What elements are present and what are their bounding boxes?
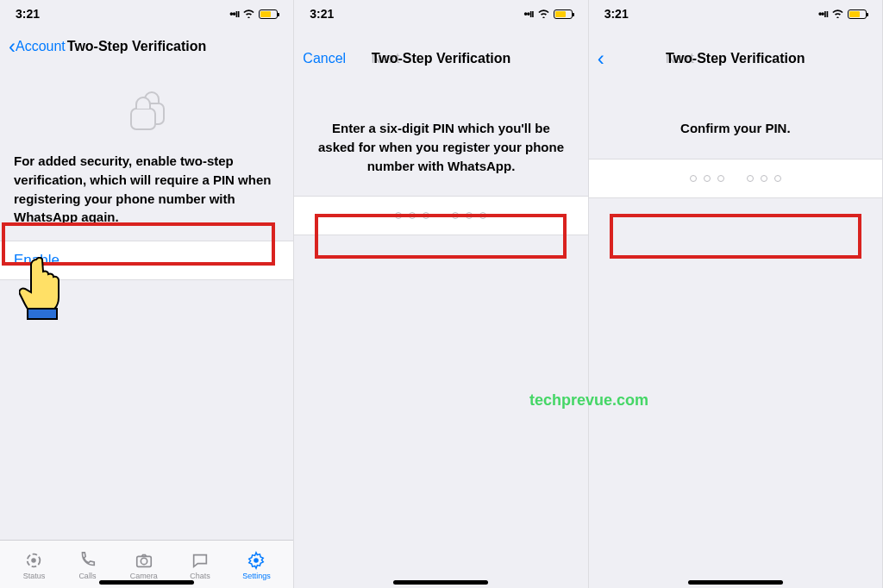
nav-title: Two-Step Verification (67, 39, 285, 54)
screen-enable: 3:21 ••ıı ‹ Account Two-Step Verificatio… (0, 0, 294, 588)
wifi-icon (537, 8, 550, 21)
watermark: techprevue.com (529, 391, 648, 410)
home-indicator (688, 580, 783, 585)
nav-bar: Cancel Two-Step Verification Next (294, 40, 587, 78)
cellular-icon: ••ıı (818, 8, 828, 20)
svg-point-6 (254, 558, 260, 563)
status-icons: ••ıı (818, 8, 867, 21)
home-indicator (393, 580, 488, 585)
pin-dot (774, 175, 781, 182)
lock-illustration (0, 86, 293, 134)
nav-bar: ‹ Account Two-Step Verification (0, 28, 293, 66)
back-button[interactable]: ‹ Account (9, 36, 66, 57)
wifi-icon (831, 8, 844, 21)
pin-dot (479, 212, 486, 219)
pin-dot (423, 212, 429, 219)
wifi-icon (242, 8, 255, 21)
status-time: 3:21 (310, 7, 334, 21)
instruction-text: Confirm your PIN. (589, 91, 882, 159)
tab-calls[interactable]: Calls (77, 551, 97, 580)
status-bar: 3:21 ••ıı (589, 0, 882, 28)
nav-bar: ‹ Two-Step Verification Next (589, 40, 882, 78)
cellular-icon: ••ıı (229, 8, 239, 20)
next-button[interactable]: Next (646, 51, 694, 66)
cellular-icon: ••ıı (524, 8, 534, 20)
battery-icon (554, 9, 573, 19)
pin-input[interactable] (589, 159, 882, 198)
chevron-left-icon: ‹ (598, 48, 604, 69)
status-time: 3:21 (604, 7, 629, 21)
pin-dot (761, 175, 767, 182)
svg-point-3 (32, 558, 37, 563)
pin-dot (395, 212, 402, 219)
tab-settings[interactable]: Settings (242, 551, 271, 580)
pin-dot (747, 175, 754, 182)
chevron-left-icon: ‹ (9, 36, 16, 57)
battery-icon (848, 9, 867, 19)
pin-dot (690, 175, 697, 182)
home-indicator (99, 580, 194, 585)
pin-dot (704, 175, 711, 182)
svg-point-5 (141, 558, 147, 564)
pin-input[interactable] (294, 196, 587, 235)
status-bar: 3:21 ••ıı (0, 0, 293, 28)
pin-dot (466, 212, 473, 219)
status-bar: 3:21 ••ıı (294, 0, 587, 28)
pin-dot (409, 212, 416, 219)
status-icons: ••ıı (524, 8, 573, 21)
screen-enter-pin: 3:21 ••ıı Cancel Two-Step Verification N… (294, 0, 588, 588)
svg-rect-1 (131, 109, 155, 129)
status-icons: ••ıı (229, 8, 278, 21)
next-button[interactable]: Next (351, 51, 399, 66)
instruction-text: Enter a six-digit PIN which you'll be as… (294, 91, 587, 196)
pin-dot (717, 175, 724, 182)
cancel-button[interactable]: Cancel (303, 51, 351, 66)
description-text: For added security, enable two-step veri… (0, 152, 293, 227)
enable-button[interactable]: Enable (0, 241, 293, 280)
tab-camera[interactable]: Camera (130, 551, 158, 580)
back-label: Account (16, 39, 66, 54)
tab-chats[interactable]: Chats (190, 551, 210, 580)
enable-label: Enable (14, 252, 59, 268)
pin-dot (452, 212, 459, 219)
back-button[interactable]: ‹ (598, 48, 646, 69)
battery-icon (259, 9, 278, 19)
status-time: 3:21 (16, 7, 40, 21)
tab-status[interactable]: Status (23, 551, 46, 580)
screen-confirm-pin: 3:21 ••ıı ‹ Two-Step Verification Next C… (589, 0, 883, 588)
